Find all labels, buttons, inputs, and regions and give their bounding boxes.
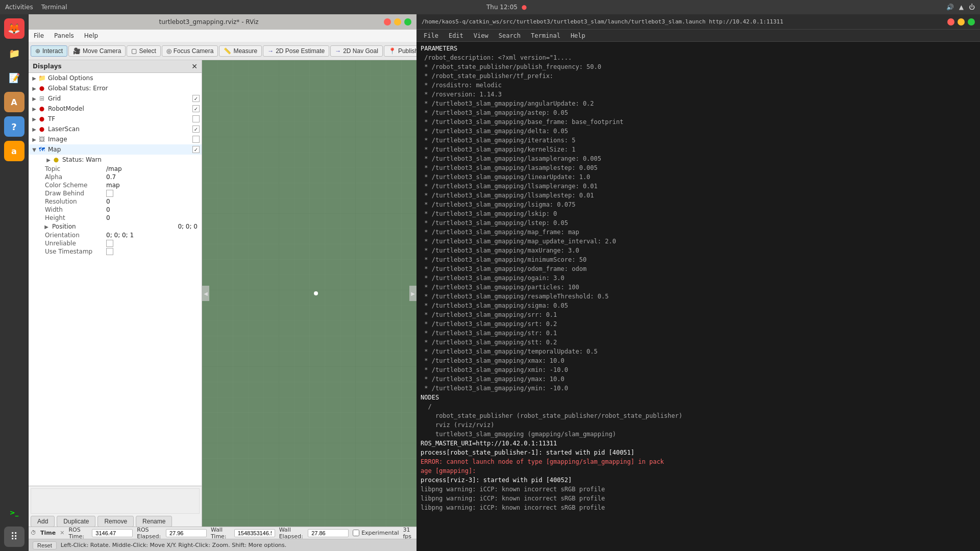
- unreliable-checkbox[interactable]: [106, 240, 113, 247]
- tree-item-map[interactable]: ▼ 🗺 Map ✓: [29, 144, 202, 155]
- rename-button[interactable]: Rename: [136, 516, 172, 527]
- grid-checkbox[interactable]: ✓: [192, 95, 200, 102]
- terminal-menu-view[interactable]: View: [469, 31, 494, 40]
- error-icon: ●: [38, 84, 46, 92]
- duplicate-button[interactable]: Duplicate: [57, 516, 95, 527]
- collapse-left-button[interactable]: ◀: [202, 286, 209, 301]
- terminal-min-button[interactable]: [958, 18, 965, 26]
- rviz-section: turtlebot3_gmapping.rviz* - RViz File Pa…: [29, 14, 416, 551]
- power-icon[interactable]: ⏻: [969, 4, 975, 11]
- terminal-menu-edit[interactable]: Edit: [444, 31, 469, 40]
- terminal-line: NODES: [421, 393, 976, 402]
- prop-resolution: Resolution 0: [29, 197, 202, 206]
- terminal-line: * /turtlebot3_slam_gmapping/xmax: 10.0: [421, 356, 976, 365]
- draw-behind-checkbox[interactable]: [106, 190, 113, 197]
- menu-help[interactable]: Help: [79, 31, 103, 40]
- pose-estimate-button[interactable]: → 2D Pose Estimate: [263, 45, 329, 57]
- dock-text[interactable]: 📝: [4, 67, 24, 88]
- pose-icon: →: [267, 47, 274, 55]
- audio-icon[interactable]: 🔊: [946, 4, 954, 11]
- tree-item-global-options[interactable]: ▶ 📁 Global Options: [29, 73, 202, 83]
- add-button[interactable]: Add: [31, 516, 55, 527]
- map-checkbox[interactable]: ✓: [192, 146, 200, 153]
- terminal-label[interactable]: Terminal: [41, 4, 67, 11]
- terminal-max-button[interactable]: [968, 18, 975, 26]
- move-camera-button[interactable]: 🎥 Move Camera: [68, 45, 126, 57]
- prop-use-timestamp: Use Timestamp: [29, 247, 202, 256]
- remove-button[interactable]: Remove: [97, 516, 134, 527]
- interact-button[interactable]: ⊕ Interact: [31, 45, 67, 57]
- experimental-checkbox[interactable]: [353, 530, 359, 536]
- terminal-menu-help[interactable]: Help: [566, 31, 591, 40]
- prop-color-scheme: Color Scheme map: [29, 181, 202, 189]
- dock-amazon[interactable]: a: [4, 141, 24, 161]
- tf-icon: ●: [38, 115, 46, 123]
- wall-elapsed-input[interactable]: [308, 529, 349, 537]
- tree-item-image[interactable]: ▶ 🖼 Image: [29, 134, 202, 144]
- time-close-btn[interactable]: ✕: [60, 530, 64, 536]
- tree-item-laser-scan[interactable]: ▶ ● LaserScan ✓: [29, 124, 202, 134]
- tree-arrow: ▶: [31, 127, 38, 132]
- terminal-line: * /turtlebot3_slam_gmapping/odom_frame: …: [421, 264, 976, 273]
- time-panel: ⏱ Time ✕ ROS Time: ROS Elapsed: Wall Tim…: [29, 527, 416, 539]
- terminal-window: /home/kaos5-q/catkin_ws/src/turtlebot3/t…: [416, 14, 980, 551]
- terminal-line: * /turtlebot3_slam_gmapping/map_update_i…: [421, 237, 976, 246]
- image-checkbox[interactable]: [192, 136, 200, 143]
- menu-file[interactable]: File: [29, 31, 49, 40]
- close-button[interactable]: [384, 18, 391, 26]
- viewport[interactable]: ◀ ▶: [202, 60, 416, 527]
- terminal-line: * /turtlebot3_slam_gmapping/delta: 0.05: [421, 127, 976, 136]
- terminal-content[interactable]: PARAMETERS /robot_description: <?xml ver…: [416, 42, 980, 551]
- menu-panels[interactable]: Panels: [49, 31, 79, 40]
- tree-item-grid[interactable]: ▶ ⊞ Grid ✓: [29, 93, 202, 104]
- ros-time-input[interactable]: [92, 529, 133, 537]
- prop-width: Width 0: [29, 206, 202, 214]
- activities-label[interactable]: Activities: [5, 4, 33, 11]
- tree-item-tf[interactable]: ▶ ● TF: [29, 114, 202, 124]
- dock-help[interactable]: ?: [4, 116, 24, 137]
- collapse-right-button[interactable]: ▶: [409, 286, 416, 301]
- maximize-button[interactable]: [404, 18, 411, 26]
- focus-camera-button[interactable]: ◎ Focus Camera: [162, 45, 218, 57]
- experimental-checkbox-label[interactable]: Experimental: [353, 530, 399, 536]
- grid-visualization: [202, 60, 416, 527]
- panel-close-button[interactable]: ✕: [191, 62, 198, 70]
- terminal-line: * /turtlebot3_slam_gmapping/ogain: 3.0: [421, 273, 976, 283]
- tf-checkbox[interactable]: [192, 115, 200, 122]
- robot-model-checkbox[interactable]: ✓: [192, 105, 200, 112]
- dock-apps[interactable]: ⠿: [4, 527, 24, 547]
- dock-software[interactable]: A: [4, 92, 24, 112]
- dock-files[interactable]: 📁: [4, 43, 24, 63]
- select-button[interactable]: ▢ Select: [127, 45, 160, 57]
- terminal-line: * /turtlebot3_slam_gmapping/maxUrange: 3…: [421, 246, 976, 255]
- tree-arrow: ▶: [31, 96, 38, 102]
- tree-item-status-warn[interactable]: ▶ ● Status: Warn: [29, 155, 202, 165]
- wifi-icon[interactable]: ▲: [959, 4, 964, 11]
- point-icon: 📍: [388, 47, 396, 55]
- terminal-menu-search[interactable]: Search: [494, 31, 526, 40]
- tree-arrow: ▶: [43, 224, 50, 230]
- tree-item-position[interactable]: ▶ Position 0; 0; 0: [29, 222, 202, 231]
- use-timestamp-checkbox[interactable]: [106, 248, 113, 255]
- dock-terminal[interactable]: >_: [4, 502, 24, 522]
- measure-button[interactable]: 📏 Measure: [219, 45, 262, 57]
- terminal-close-button[interactable]: [947, 18, 954, 26]
- status-bar: Reset Left-Click: Rotate. Middle-Click: …: [29, 539, 416, 551]
- minimize-button[interactable]: [394, 18, 401, 26]
- rviz-title: turtlebot3_gmapping.rviz* - RViz: [34, 18, 384, 26]
- ros-elapsed-input[interactable]: [166, 529, 207, 537]
- laser-checkbox[interactable]: ✓: [192, 126, 200, 133]
- terminal-line: * /turtlebot3_slam_gmapping/xmin: -10.0: [421, 365, 976, 374]
- nav-goal-button[interactable]: → 2D Nav Goal: [330, 45, 383, 57]
- terminal-menu-terminal[interactable]: Terminal: [526, 31, 566, 40]
- reset-button[interactable]: Reset: [33, 541, 57, 549]
- tree-item-robot-model[interactable]: ▶ ● RobotModel ✓: [29, 104, 202, 114]
- displays-tree[interactable]: ▶ 📁 Global Options ▶ ● Global Status: Er…: [29, 73, 202, 486]
- terminal-menu-file[interactable]: File: [419, 31, 444, 40]
- dock-firefox[interactable]: 🦊: [4, 18, 24, 39]
- terminal-window-controls: [947, 18, 975, 26]
- wall-time-input[interactable]: [234, 529, 275, 537]
- warn-icon: ●: [52, 156, 60, 164]
- tree-item-global-status[interactable]: ▶ ● Global Status: Error: [29, 83, 202, 93]
- select-icon: ▢: [131, 47, 137, 55]
